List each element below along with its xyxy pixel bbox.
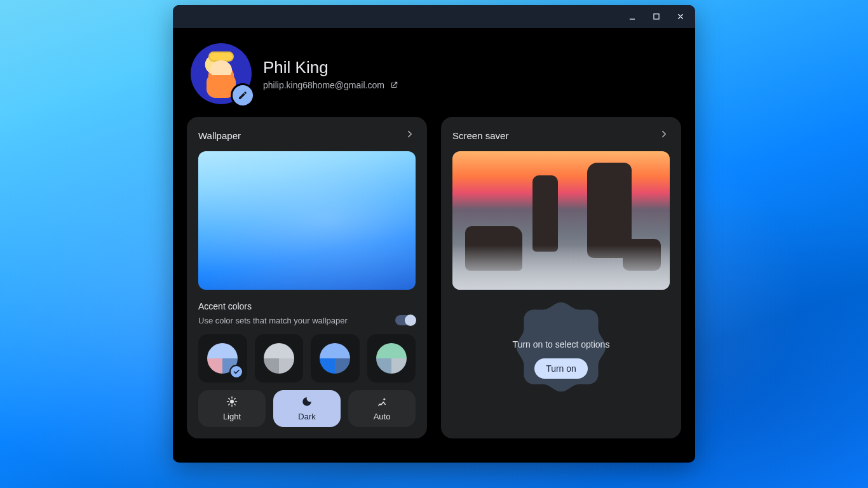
palette-swatch xyxy=(320,343,350,374)
window-minimize-button[interactable] xyxy=(623,9,642,24)
theme-mode-light-button[interactable]: Light xyxy=(198,390,266,427)
edit-avatar-button[interactable] xyxy=(233,85,253,105)
screensaver-placeholder: Turn on to select options Turn on xyxy=(501,299,621,419)
chevron-right-icon xyxy=(658,128,670,142)
profile-info: Phil King philip.king68home@gmail.com xyxy=(263,58,398,90)
profile-email: philip.king68home@gmail.com xyxy=(263,80,384,90)
svg-rect-0 xyxy=(654,14,659,19)
theme-mode-dark-button[interactable]: Dark xyxy=(273,390,341,427)
maximize-icon xyxy=(652,12,661,21)
accent-colors-title: Accent colors xyxy=(198,301,416,311)
screensaver-title: Screen saver xyxy=(452,130,508,141)
theme-mode-label: Light xyxy=(223,412,241,421)
contrast-icon xyxy=(301,396,313,409)
window-maximize-button[interactable] xyxy=(647,9,666,24)
theme-mode-auto-button[interactable]: Auto xyxy=(348,390,416,427)
accent-colors-row: Use color sets that match your wallpaper xyxy=(198,315,416,325)
screensaver-header[interactable]: Screen saver xyxy=(452,128,670,142)
theme-mode-label: Dark xyxy=(298,412,315,421)
palette-swatch xyxy=(264,343,294,374)
window-close-button[interactable] xyxy=(671,9,690,24)
palette-row xyxy=(198,334,416,383)
screensaver-card: Screen saver xyxy=(441,117,681,438)
palette-option-1[interactable] xyxy=(198,334,247,383)
accent-colors-subtext: Use color sets that match your wallpaper xyxy=(198,316,348,325)
close-icon xyxy=(676,12,685,21)
check-icon xyxy=(231,366,242,377)
profile-email-row[interactable]: philip.king68home@gmail.com xyxy=(263,80,398,90)
desktop-background: Phil King philip.king68home@gmail.com Wa… xyxy=(0,0,868,488)
profile-header: Phil King philip.king68home@gmail.com xyxy=(173,28,695,117)
palette-swatch xyxy=(376,343,407,374)
sun-icon xyxy=(226,396,238,409)
wallpaper-preview[interactable] xyxy=(198,151,416,290)
chevron-right-icon xyxy=(404,128,416,142)
pencil-icon xyxy=(238,90,248,100)
svg-point-1 xyxy=(230,400,234,403)
accent-colors-toggle[interactable] xyxy=(395,315,416,325)
window-titlebar xyxy=(173,5,695,28)
auto-sparkle-icon xyxy=(376,396,388,409)
wallpaper-title: Wallpaper xyxy=(198,130,241,141)
screensaver-body: Turn on to select options Turn on xyxy=(452,290,670,419)
screensaver-preview[interactable] xyxy=(452,151,670,290)
cards-row: Wallpaper Accent colors Use color sets t… xyxy=(173,117,695,452)
profile-avatar[interactable] xyxy=(191,43,252,104)
palette-option-2[interactable] xyxy=(255,334,304,383)
wallpaper-card: Wallpaper Accent colors Use color sets t… xyxy=(187,117,427,438)
theme-mode-label: Auto xyxy=(374,412,391,421)
minimize-icon xyxy=(628,12,637,21)
palette-option-3[interactable] xyxy=(311,334,360,383)
screensaver-prompt: Turn on to select options xyxy=(513,339,610,349)
screensaver-turn-on-button[interactable]: Turn on xyxy=(534,358,588,379)
palette-option-4[interactable] xyxy=(367,334,416,383)
profile-name: Phil King xyxy=(263,58,398,78)
theme-mode-row: LightDarkAuto xyxy=(198,390,416,427)
open-external-icon xyxy=(390,81,398,90)
wallpaper-header[interactable]: Wallpaper xyxy=(198,128,416,142)
toggle-knob xyxy=(405,315,416,326)
personalization-window: Phil King philip.king68home@gmail.com Wa… xyxy=(173,5,695,463)
